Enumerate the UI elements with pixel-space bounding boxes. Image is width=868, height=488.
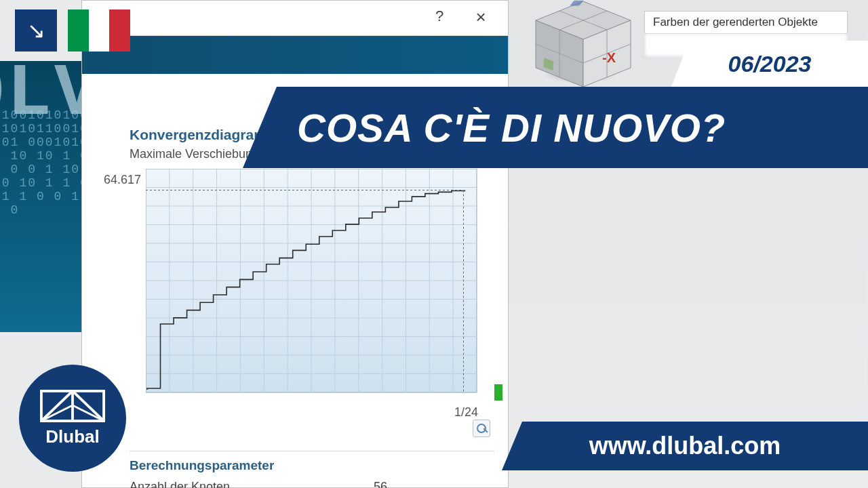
convergence-plot: 64.617 1/24 — [146, 169, 490, 402]
dlubal-logo-badge: Dlubal — [19, 365, 126, 472]
plot-y-tick: 64.617 — [104, 173, 141, 187]
help-button[interactable]: ? — [429, 7, 450, 28]
corner-arrow-badge: ↘ — [15, 9, 57, 52]
panel-row-rendered-colors[interactable]: Farben der gerenderten Objekte — [644, 11, 848, 34]
date-banner: 06/2023 — [671, 41, 868, 87]
param-key: Anzahl der Knoten — [130, 480, 333, 488]
param-value: 56 — [333, 480, 387, 488]
date-text: 06/2023 — [728, 51, 812, 77]
url-text: www.dlubal.com — [589, 432, 781, 460]
arrow-icon: ↘ — [27, 18, 45, 43]
title-text: COSA C'È DI NUOVO? — [297, 105, 726, 150]
flag-italy — [68, 9, 130, 52]
dialog-header-band — [82, 36, 508, 74]
close-button[interactable]: × — [469, 5, 493, 29]
svg-line-40 — [73, 390, 104, 420]
dlubal-logo-icon — [40, 390, 105, 422]
dialog-titlebar: ? × — [82, 1, 508, 36]
cube-neg-x-label: -X — [602, 50, 616, 65]
title-banner: COSA C'È DI NUOVO? — [243, 87, 868, 168]
param-row-nodes: Anzahl der Knoten 56 — [130, 480, 494, 488]
params-title: Berechnungsparameter — [130, 451, 494, 473]
plot-svg — [146, 169, 490, 402]
plot-x-tick: 1/24 — [454, 405, 478, 420]
plot-progress-indicator — [494, 384, 502, 401]
zoom-icon[interactable] — [473, 420, 490, 437]
url-banner[interactable]: www.dlubal.com — [502, 422, 868, 470]
dlubal-logo-text: Dlubal — [45, 426, 99, 447]
solver-dialog: ? × Konvergenzdiagramm Maximale Verschie… — [81, 0, 509, 488]
svg-line-39 — [41, 390, 73, 420]
orientation-cube[interactable]: -X — [522, 0, 644, 95]
